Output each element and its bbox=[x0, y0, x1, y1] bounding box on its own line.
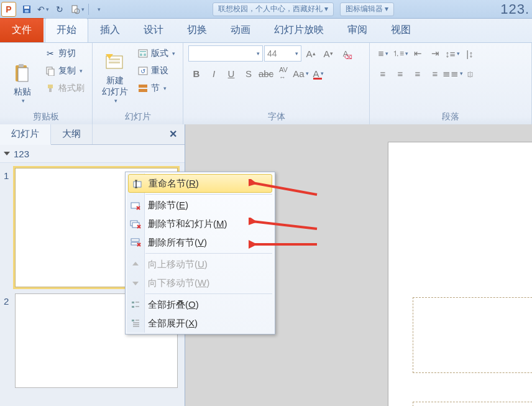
svg-rect-1 bbox=[24, 6, 29, 9]
close-panel-button[interactable]: ✕ bbox=[162, 124, 185, 144]
title-tab-2[interactable]: 图标编辑器 ▾ bbox=[340, 2, 394, 16]
reset-button[interactable]: ↺ 重设 bbox=[135, 63, 178, 79]
shadow-button[interactable]: S bbox=[241, 65, 257, 81]
svg-rect-23 bbox=[139, 89, 147, 92]
qat-separator bbox=[88, 4, 89, 15]
group-font-label: 字体 bbox=[188, 111, 364, 124]
menu-item-label: 向下移动节(W) bbox=[148, 277, 209, 289]
underline-button[interactable]: U bbox=[223, 65, 239, 81]
tab-view[interactable]: 视图 bbox=[379, 18, 423, 42]
font-size-value: 44 bbox=[267, 48, 277, 58]
move-up-icon bbox=[129, 258, 142, 270]
svg-rect-22 bbox=[139, 85, 147, 88]
title-tab-1[interactable]: 联想校园，个人中心，西藏好礼 ▾ bbox=[213, 2, 334, 16]
svg-rect-18 bbox=[140, 53, 142, 56]
text-direction-button[interactable]: |↕ bbox=[462, 45, 478, 62]
tab-home[interactable]: 开始 bbox=[45, 18, 88, 42]
bullets-button[interactable]: ≣▾ bbox=[375, 45, 391, 62]
copy-button[interactable]: 复制 ▾ bbox=[42, 63, 87, 79]
clear-formatting-button[interactable]: A⌫ bbox=[337, 45, 354, 62]
change-case-button[interactable]: Aa▾ bbox=[293, 65, 309, 81]
paste-button[interactable]: 粘贴 ▾ bbox=[5, 45, 40, 105]
menu-item-expand-all[interactable]: 全部展开(X) bbox=[127, 314, 273, 333]
bold-button[interactable]: B bbox=[188, 65, 204, 81]
reset-label: 重设 bbox=[151, 65, 168, 76]
grow-font-button[interactable]: A▴ bbox=[303, 45, 319, 62]
content-placeholder[interactable] bbox=[413, 402, 532, 406]
slide-number: 1 bbox=[4, 168, 15, 181]
line-spacing-button[interactable]: ↕≡▾ bbox=[444, 45, 461, 62]
title-bar: P ↶▾ ↻ ▾ ▾ 联想校园，个人中心，西藏好礼 ▾ 图标编辑器 ▾ 123. bbox=[0, 0, 532, 19]
section-button[interactable]: 节 ▾ bbox=[135, 80, 178, 96]
svg-line-42 bbox=[252, 183, 317, 195]
numbering-button[interactable]: ⒈≡▾ bbox=[392, 45, 408, 62]
svg-rect-9 bbox=[48, 69, 54, 76]
menu-item-delete[interactable]: 删除节(E) bbox=[127, 196, 273, 215]
group-paragraph-label: 段落 bbox=[375, 111, 526, 124]
cut-button[interactable]: ✂ 剪切 bbox=[42, 45, 87, 62]
columns-button[interactable]: ≣≣▾ bbox=[444, 65, 461, 81]
menu-item-collapse-all[interactable]: 全部折叠(O) bbox=[127, 295, 273, 314]
font-color-button[interactable]: A▾ bbox=[310, 65, 326, 81]
qat-redo[interactable]: ↻ bbox=[52, 2, 68, 16]
shrink-font-button[interactable]: A▾ bbox=[320, 45, 336, 62]
increase-indent-button[interactable]: ⇥ bbox=[427, 45, 443, 62]
qat-undo[interactable]: ↶▾ bbox=[35, 2, 52, 16]
tab-slides-panel[interactable]: 幻灯片 bbox=[0, 124, 51, 145]
align-text-button[interactable]: ⎅ bbox=[462, 65, 478, 81]
copy-label: 复制 bbox=[58, 65, 76, 76]
section-header[interactable]: 123 bbox=[0, 145, 185, 163]
tab-outline-panel[interactable]: 大纲 bbox=[51, 124, 93, 144]
qat-print-preview[interactable]: ▾ bbox=[68, 2, 87, 16]
title-placeholder[interactable] bbox=[413, 298, 532, 372]
document-name: 123. bbox=[500, 1, 531, 17]
dropdown-arrow-icon: ▾ bbox=[22, 98, 25, 104]
tab-slideshow[interactable]: 幻灯片放映 bbox=[262, 18, 336, 42]
tab-file[interactable]: 文件 bbox=[0, 18, 44, 42]
strikethrough-button[interactable]: abc bbox=[258, 65, 274, 81]
close-icon: ✕ bbox=[169, 129, 177, 139]
qat-customize[interactable]: ▾ bbox=[90, 2, 106, 16]
svg-rect-6 bbox=[18, 68, 28, 81]
menu-item-label: 删除所有节(V) bbox=[148, 237, 207, 249]
tab-animations[interactable]: 动画 bbox=[219, 18, 262, 42]
move-down-icon bbox=[129, 277, 142, 289]
svg-rect-14 bbox=[109, 58, 120, 60]
new-slide-button[interactable]: 新建 幻灯片 ▾ bbox=[98, 45, 132, 105]
section-name-label: 123 bbox=[14, 149, 29, 159]
menu-item-label: 重命名节(R) bbox=[149, 178, 199, 190]
justify-button[interactable]: ≡ bbox=[427, 65, 443, 81]
format-painter-button[interactable]: 格式刷 bbox=[42, 80, 87, 96]
tab-review-label: 审阅 bbox=[347, 24, 367, 35]
copy-icon bbox=[45, 65, 56, 76]
tab-transitions[interactable]: 切换 bbox=[175, 18, 219, 42]
ribbon-tabs: 文件 开始 插入 设计 切换 动画 幻灯片放映 审阅 视图 bbox=[0, 19, 532, 43]
svg-rect-7 bbox=[19, 64, 24, 67]
cut-label: 剪切 bbox=[58, 48, 76, 59]
character-spacing-button[interactable]: AV↔ bbox=[275, 65, 291, 81]
menu-item-label: 全部折叠(O) bbox=[148, 299, 199, 311]
svg-rect-10 bbox=[48, 85, 53, 88]
align-right-button[interactable]: ≡ bbox=[410, 65, 426, 81]
section-icon bbox=[137, 83, 149, 94]
italic-button[interactable]: I bbox=[206, 65, 222, 81]
menu-item-label: 向上移动节(U) bbox=[148, 259, 208, 270]
align-left-button[interactable]: ≡ bbox=[375, 65, 391, 81]
qat-save[interactable] bbox=[19, 2, 35, 16]
layout-button[interactable]: 版式 ▾ bbox=[135, 45, 178, 62]
decrease-indent-button[interactable]: ⇤ bbox=[410, 45, 426, 62]
tab-design[interactable]: 设计 bbox=[132, 18, 175, 42]
menu-item-move-down: 向下移动节(W) bbox=[127, 274, 273, 292]
font-size-combo[interactable]: 44▾ bbox=[264, 45, 301, 62]
svg-rect-19 bbox=[144, 53, 146, 56]
svg-text:↺: ↺ bbox=[140, 68, 145, 75]
tab-insert[interactable]: 插入 bbox=[88, 18, 132, 42]
svg-rect-17 bbox=[140, 51, 146, 52]
new-slide-label: 新建 幻灯片 bbox=[102, 75, 128, 98]
slide-page[interactable] bbox=[388, 142, 532, 406]
paste-label: 粘贴 bbox=[14, 86, 31, 98]
tab-review[interactable]: 审阅 bbox=[336, 18, 379, 42]
font-name-combo[interactable]: ▾ bbox=[188, 45, 263, 62]
dropdown-arrow-icon: ▾ bbox=[80, 68, 83, 74]
align-center-button[interactable]: ≡ bbox=[392, 65, 408, 81]
